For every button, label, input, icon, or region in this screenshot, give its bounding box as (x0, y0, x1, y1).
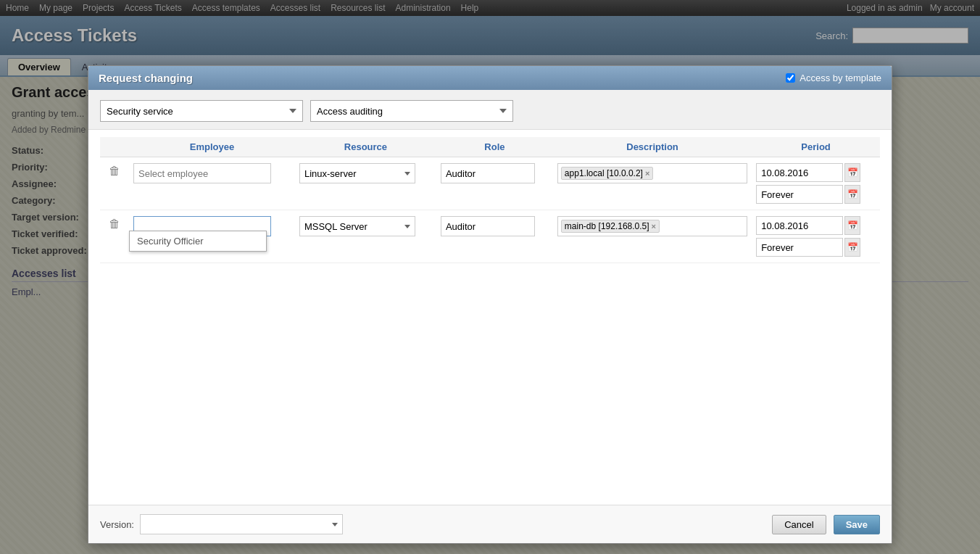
col-description: Description (553, 137, 752, 157)
row2-description-cell: main-db [192.168.0.5] × (553, 210, 752, 263)
row2-employee-cell: Security Officier (129, 210, 295, 263)
row1-date-to-cal-button[interactable]: 📅 (844, 185, 860, 204)
row2-delete-button[interactable]: 🗑 (104, 216, 125, 232)
col-period: Period (752, 137, 880, 157)
row2-date-area: 📅 📅 (756, 216, 876, 257)
row1-resource-select[interactable]: Linux-server (299, 163, 415, 183)
table-row: 🗑 Linux-server (100, 157, 880, 210)
row2-tag-1: main-db [192.168.0.5] × (561, 220, 660, 233)
row2-description-area: main-db [192.168.0.5] × (557, 216, 747, 236)
row2-period-cell: 📅 📅 (752, 210, 880, 263)
version-label: Version: (100, 519, 134, 530)
modal-dropdown-row: Security service Access auditing (88, 90, 892, 130)
col-resource: Resource (295, 137, 436, 157)
row1-period-cell: 📅 📅 (752, 157, 880, 210)
row2-date-from-row: 📅 (756, 216, 876, 235)
row1-date-from-row: 📅 (756, 163, 876, 182)
row1-date-from-input[interactable] (756, 163, 843, 182)
row1-role-input[interactable] (441, 163, 535, 183)
row2-tag-1-remove[interactable]: × (652, 222, 656, 231)
row2-role-cell (436, 210, 553, 263)
row1-date-area: 📅 📅 (756, 163, 876, 204)
row1-resource-cell: Linux-server (295, 157, 436, 210)
row2-resource-select[interactable]: MSSQL Server (299, 216, 415, 236)
row2-role-input[interactable] (441, 216, 535, 236)
col-role: Role (436, 137, 553, 157)
row1-date-to-row: 📅 (756, 185, 876, 204)
row1-date-to-input[interactable] (756, 185, 843, 204)
modal-footer: Version: Cancel Save (88, 505, 892, 543)
row1-employee-cell (129, 157, 295, 210)
row2-resource-cell: MSSQL Server (295, 210, 436, 263)
row2-date-to-cal-button[interactable]: 📅 (844, 238, 860, 257)
access-auditing-select[interactable]: Access auditing (310, 100, 513, 122)
modal-dialog: Request changing Access by template Secu… (88, 65, 892, 544)
access-auditing-wrapper: Access auditing (310, 100, 513, 122)
row1-date-from-cal-button[interactable]: 📅 (844, 163, 860, 182)
save-button[interactable]: Save (834, 515, 880, 534)
calendar-icon-2: 📅 (847, 189, 858, 199)
calendar-icon: 📅 (847, 168, 858, 178)
table-row: 🗑 Security Officier MSSQL Server (100, 210, 880, 263)
row2-date-from-cal-button[interactable]: 📅 (844, 216, 860, 235)
row1-delete-button[interactable]: 🗑 (104, 163, 125, 179)
col-employee: Employee (129, 137, 295, 157)
row2-date-to-row: 📅 (756, 238, 876, 257)
version-row: Version: (100, 514, 343, 534)
version-select[interactable] (140, 514, 343, 534)
calendar-icon-4: 📅 (847, 242, 858, 252)
security-service-wrapper: Security service (100, 100, 303, 122)
modal-table-area: Employee Resource Role Description Perio… (88, 130, 892, 505)
cancel-button[interactable]: Cancel (772, 515, 826, 534)
security-service-select[interactable]: Security service (100, 100, 303, 122)
row1-delete-cell: 🗑 (100, 157, 129, 210)
modal-overlay: Request changing Access by template Secu… (0, 0, 980, 554)
access-by-template-label: Access by template (800, 73, 881, 83)
access-by-template-checkbox[interactable] (786, 73, 795, 83)
modal-header: Request changing Access by template (88, 66, 892, 90)
table-header-row: Employee Resource Role Description Perio… (100, 137, 880, 157)
autocomplete-dropdown: Security Officier (129, 231, 267, 252)
row1-description-cell: app1.local [10.0.0.2] × (553, 157, 752, 210)
row1-tag-1-remove[interactable]: × (645, 169, 649, 178)
row2-date-to-input[interactable] (756, 238, 843, 257)
row2-tag-1-text: main-db [192.168.0.5] (565, 221, 649, 231)
row1-description-area: app1.local [10.0.0.2] × (557, 163, 747, 183)
access-by-template-row: Access by template (786, 73, 881, 83)
col-delete (100, 137, 129, 157)
calendar-icon-3: 📅 (847, 220, 858, 231)
row2-date-from-input[interactable] (756, 216, 843, 235)
access-table: Employee Resource Role Description Perio… (100, 137, 880, 263)
row1-employee-input[interactable] (133, 163, 271, 183)
row1-role-cell (436, 157, 553, 210)
row1-tag-1-text: app1.local [10.0.0.2] (565, 168, 643, 178)
autocomplete-item-1[interactable]: Security Officier (130, 231, 266, 251)
row2-delete-cell: 🗑 (100, 210, 129, 263)
row1-tag-1: app1.local [10.0.0.2] × (561, 167, 654, 180)
modal-title: Request changing (99, 72, 193, 84)
